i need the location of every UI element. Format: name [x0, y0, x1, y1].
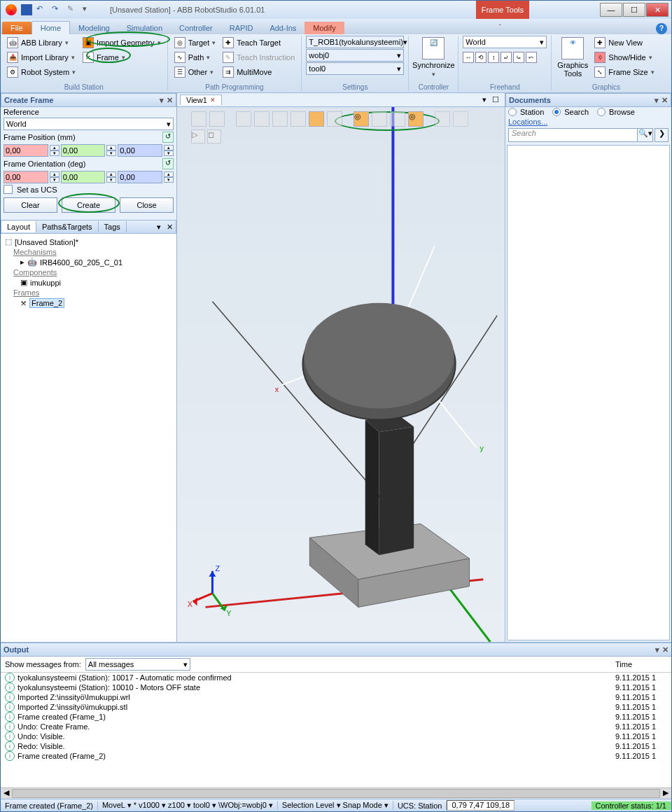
pos-z-spin[interactable]: ▴▾	[164, 145, 174, 156]
view-close-icon[interactable]: ✕	[210, 97, 216, 104]
jog-multi-icon[interactable]: ⤺	[526, 52, 537, 63]
graphics-tools-button[interactable]: 👁Graphics Tools	[556, 36, 589, 79]
layout-tab[interactable]: Layout	[1, 221, 36, 232]
select-part-icon[interactable]	[209, 111, 225, 127]
tool-combo[interactable]: tool0▾	[306, 62, 404, 75]
save-icon[interactable]	[21, 4, 32, 15]
tags-tab[interactable]: Tags	[99, 221, 127, 232]
view-dropdown-icon[interactable]: ▾	[479, 95, 489, 104]
reset-orientation-icon[interactable]: ↺	[162, 158, 174, 169]
output-row[interactable]: iImported Z:\inssityö\Imukuppi.wrl9.11.2…	[1, 692, 671, 702]
tree-frame-2[interactable]: ⤧Frame_2	[4, 298, 174, 309]
tab-modify[interactable]: Modify	[304, 22, 344, 34]
tab-rapid[interactable]: RAPID	[221, 22, 262, 34]
docs-close-icon[interactable]: ✕	[662, 96, 668, 105]
snap-2-icon[interactable]	[254, 111, 270, 127]
output-row[interactable]: iUndo: Visible.9.11.2015 1	[1, 732, 671, 741]
expand-button[interactable]: ❯	[654, 128, 668, 142]
synchronize-button[interactable]: 🔄Synchronize▾	[413, 36, 454, 79]
jog-reorient-icon[interactable]: ⤾	[500, 52, 512, 63]
move-icon[interactable]: ↔	[463, 52, 474, 63]
world-combo[interactable]: World▾	[463, 36, 547, 48]
pos-z-field[interactable]: 0,00	[118, 144, 162, 157]
orient-y-field[interactable]: 0,00	[61, 171, 106, 183]
locations-link[interactable]: Locations...	[508, 118, 547, 126]
output-dropdown-icon[interactable]: ▾	[655, 645, 659, 654]
set-as-ucs-checkbox[interactable]	[4, 185, 13, 194]
pos-x-spin[interactable]: ▴▾	[50, 145, 59, 156]
snap-8-icon[interactable]	[390, 111, 405, 127]
tab-file[interactable]: File	[2, 22, 31, 34]
output-row[interactable]: iFrame created (Frame_2)9.11.2015 1	[1, 751, 671, 761]
import-geometry-button[interactable]: ▣Import Geometry▾	[80, 36, 163, 50]
other-button[interactable]: ☰Other▾	[172, 65, 218, 79]
new-view-button[interactable]: ✚New View	[592, 36, 656, 50]
status-motion[interactable]: MoveL ▾ * v1000 ▾ z100 ▾ tool0 ▾ \WObj:=…	[98, 801, 278, 810]
tab-addins[interactable]: Add-Ins	[261, 22, 304, 34]
path-button[interactable]: ∿Path▾	[172, 50, 218, 64]
station-radio[interactable]	[508, 108, 517, 116]
pos-y-spin[interactable]: ▴▾	[106, 145, 116, 156]
layout-tree[interactable]: ⬚[Unsaved Station]* Mechanisms ▸🤖IRB4600…	[1, 234, 176, 642]
clear-button[interactable]: Clear	[4, 197, 57, 213]
status-selection[interactable]: Selection Level ▾ Snap Mode ▾	[278, 801, 393, 810]
orient-x-field[interactable]: 0,00	[4, 171, 48, 183]
ribbon-collapse-icon[interactable]: ˇ	[494, 23, 505, 34]
frame-button[interactable]: ⤧Frame▾	[80, 50, 163, 64]
redo-icon[interactable]: ↷	[52, 4, 63, 15]
browse-radio[interactable]	[597, 108, 606, 116]
import-library-button[interactable]: 📥Import Library▾	[5, 50, 78, 64]
qat-customize-icon[interactable]: ▾	[83, 4, 94, 15]
minimize-button[interactable]: —	[600, 3, 622, 17]
frame-size-button[interactable]: ⤡Frame Size▾	[592, 65, 656, 79]
select-tool-icon[interactable]	[191, 111, 206, 127]
snap-1-icon[interactable]	[236, 111, 251, 127]
reference-combo[interactable]: World▾	[4, 118, 174, 130]
snap-4-icon[interactable]	[290, 111, 306, 127]
output-row[interactable]: iImported Z:\inssityö\imukuppi.stl9.11.2…	[1, 702, 671, 712]
jog-joint-icon[interactable]: ⤿	[513, 52, 524, 63]
abb-library-button[interactable]: 🤖ABB Library▾	[5, 36, 78, 50]
teach-target-button[interactable]: ✚Teach Target	[220, 36, 297, 50]
pane-dropdown-icon[interactable]: ▾	[160, 96, 164, 105]
view-restore-icon[interactable]: ☐	[489, 95, 502, 104]
output-row[interactable]: iFrame created (Frame_1)9.11.2015 1	[1, 712, 671, 722]
orient-z-spin[interactable]: ▴▾	[164, 172, 174, 183]
pane-close-icon[interactable]: ✕	[167, 96, 173, 105]
reset-position-icon[interactable]: ↺	[162, 132, 174, 143]
tree-root[interactable]: ⬚[Unsaved Station]*	[4, 237, 174, 247]
snap-center-icon[interactable]: ◎	[354, 111, 369, 127]
multimove-button[interactable]: ⇉MultiMove	[220, 65, 297, 79]
search-input[interactable]: Search	[508, 128, 638, 142]
measure-icon[interactable]	[435, 111, 450, 127]
robot-system-button[interactable]: ⚙Robot System▾	[5, 65, 78, 79]
output-row[interactable]: ityokalunsysteemi (Station): 10010 - Mot…	[1, 682, 671, 692]
status-coords[interactable]: 0,79 7,47 109,18	[447, 800, 514, 811]
orient-z-field[interactable]: 0,00	[118, 171, 162, 183]
create-button[interactable]: Create	[62, 197, 115, 213]
snap-3-icon[interactable]	[272, 111, 288, 127]
play-icon[interactable]: ▷	[191, 130, 205, 144]
tab-simulation[interactable]: Simulation	[118, 22, 171, 34]
output-row[interactable]: iRedo: Visible.9.11.2015 1	[1, 741, 671, 751]
stop-icon[interactable]: ◻	[207, 130, 221, 144]
snap-5-icon[interactable]	[309, 111, 324, 127]
snap-7-icon[interactable]	[372, 111, 387, 127]
paths-targets-tab[interactable]: Paths&Targets	[36, 221, 99, 232]
pos-y-field[interactable]: 0,00	[61, 144, 106, 157]
measure-2-icon[interactable]	[453, 111, 468, 127]
tree-component[interactable]: ▣imukuppi	[4, 277, 174, 288]
task-combo[interactable]: T_ROB1(tyokalunsysteemi)▾	[306, 36, 404, 48]
output-row[interactable]: iUndo: Create Frame.9.11.2015 1	[1, 722, 671, 732]
orient-x-spin[interactable]: ▴▾	[50, 172, 59, 183]
close-button[interactable]: ✕	[646, 3, 668, 17]
3d-viewport[interactable]: ◎ ◎ ▷ ◻	[177, 107, 505, 642]
pos-x-field[interactable]: 0,00	[4, 144, 48, 157]
search-button[interactable]: 🔍▾	[638, 128, 653, 142]
tab-controller[interactable]: Controller	[171, 22, 221, 34]
output-close-icon[interactable]: ✕	[662, 645, 668, 654]
undo-icon[interactable]: ↶	[36, 4, 48, 15]
show-hide-button[interactable]: ◊Show/Hide▾	[592, 50, 656, 64]
tab-modeling[interactable]: Modeling	[70, 22, 118, 34]
close-frame-button[interactable]: Close	[120, 197, 174, 213]
